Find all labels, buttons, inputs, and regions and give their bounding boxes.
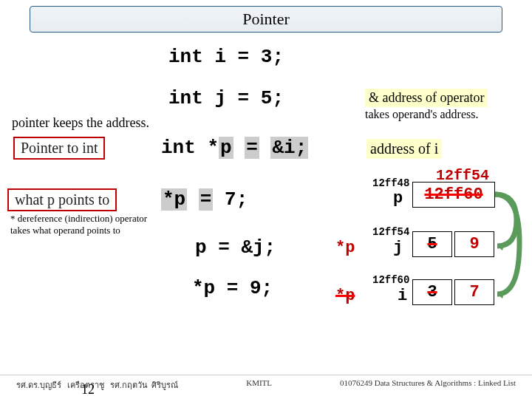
footer-mid: KMITL bbox=[246, 378, 272, 392]
addr-j: 12ff54 bbox=[372, 226, 409, 238]
j-old: 5 bbox=[427, 235, 437, 253]
addr-i: 12ff60 bbox=[372, 274, 409, 286]
page-title: Pointer bbox=[242, 10, 290, 28]
var-p: p bbox=[393, 189, 403, 208]
memory-diagram: 12ff48 p 12ff54 12ff60 *p 12ff54 j 5 9 *… bbox=[340, 176, 525, 338]
hint-takes-address: takes operand's address. bbox=[365, 108, 479, 121]
p-old-val: 12ff60 bbox=[424, 185, 482, 204]
code-line-6: *p = 9; bbox=[192, 277, 273, 299]
page-number: 12 bbox=[81, 382, 95, 398]
hint-dereference: * dereference (indirection) operator tak… bbox=[10, 213, 166, 236]
hint-keeps: pointer keeps the address. bbox=[12, 115, 149, 131]
arrow-p-to-j bbox=[491, 183, 522, 261]
i-old: 3 bbox=[427, 283, 437, 301]
title-banner: Pointer bbox=[30, 6, 502, 33]
hint-address-of-i: address of i bbox=[366, 139, 442, 159]
cell-j-new: 9 bbox=[454, 231, 494, 257]
footer: รศ.ดร.บุญธีร์ เครือตราชู รศ.กฤตวัน ศิริบ… bbox=[0, 375, 532, 392]
star-p-i: *p bbox=[335, 287, 355, 305]
var-j: j bbox=[393, 239, 403, 257]
var-i: i bbox=[398, 287, 407, 305]
label-what-p-points-to: what p points to bbox=[7, 188, 117, 211]
code-line-1: int i = 3; bbox=[168, 46, 284, 68]
code-line-2: int j = 5; bbox=[168, 87, 284, 109]
star-p-j: *p bbox=[335, 239, 355, 257]
cell-i-old: 3 bbox=[412, 279, 452, 305]
cell-i-new: 7 bbox=[454, 279, 494, 305]
code-line-5: p = &j; bbox=[195, 236, 276, 259]
arrow-p-to-i bbox=[491, 183, 522, 309]
code-line-4: *p = 7; bbox=[161, 188, 248, 211]
cell-j-old: 5 bbox=[412, 231, 452, 257]
footer-right: 01076249 Data Structures & Algorithms : … bbox=[340, 378, 516, 392]
label-pointer-to-int: Pointer to int bbox=[13, 137, 105, 160]
code-line-3: int *p = &i; bbox=[161, 137, 308, 159]
addr-p: 12ff48 bbox=[372, 177, 409, 189]
cell-p: 12ff60 bbox=[412, 182, 495, 208]
hint-ampersand: & address of operator bbox=[365, 89, 488, 107]
